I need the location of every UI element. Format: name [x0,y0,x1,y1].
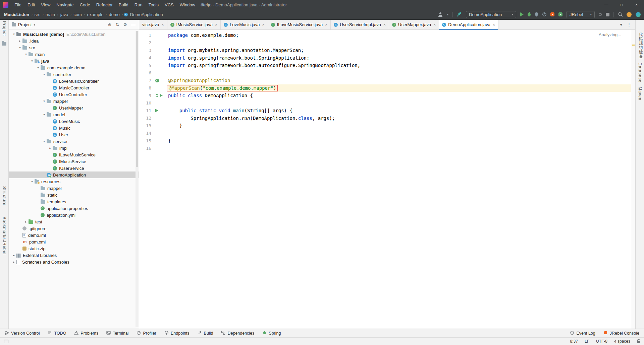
menu-navigate[interactable]: Navigate [53,2,76,7]
update-icon[interactable]: ↑ [627,12,632,17]
menu-tools[interactable]: Tools [146,2,162,7]
close-button[interactable]: × [629,0,644,9]
menu-view[interactable]: View [38,2,53,7]
profiler-button[interactable] [542,12,546,16]
debug-button[interactable] [528,13,531,16]
tree-row[interactable]: .gitignore [9,225,139,232]
collapse-all-icon[interactable]: ⇅ [115,22,119,27]
close-tab-icon[interactable]: × [493,22,495,27]
tree-row[interactable]: ▸Scratches and Consoles [9,259,139,265]
close-tab-icon[interactable]: × [383,22,386,27]
menu-vcs[interactable]: VCS [162,2,177,7]
menu-build[interactable]: Build [116,2,131,7]
tree-row[interactable]: mapper [9,185,139,192]
breadcrumb-item[interactable]: example [86,12,104,17]
tree-row[interactable]: CDemoApplication [9,171,139,178]
menu-file[interactable]: File [11,2,24,7]
sync-icon[interactable] [636,12,641,17]
tree-expand-icon[interactable]: ▾ [11,32,16,36]
tree-row[interactable]: mpom.xml [9,238,139,245]
menu-refactor[interactable]: Refactor [93,2,116,7]
tool-window-switcher-icon[interactable] [4,340,8,343]
tool-tab-jrebel[interactable]: JRebel [2,240,7,255]
close-tab-icon[interactable]: × [262,22,265,27]
editor-tab[interactable]: vice.java× [139,20,167,29]
menu-window[interactable]: Window [177,2,198,7]
tree-row[interactable]: ▾com.example.demo [9,64,139,71]
tree-row[interactable]: ▸impl [9,145,139,151]
status-caret-position[interactable]: 8:37 [570,339,578,344]
maximize-button[interactable]: □ [614,0,629,9]
tree-row[interactable]: CMusic [9,125,139,131]
spring-bean-icon[interactable] [155,79,159,82]
tree-expand-icon[interactable]: ▸ [11,260,16,264]
tree-row[interactable]: IIUserService [9,165,139,171]
tool-window-button-version-control[interactable]: Version Control [5,331,40,336]
tree-row[interactable]: IUserMapper [9,105,139,111]
tree-expand-icon[interactable]: ▸ [17,39,22,43]
tree-row[interactable]: ▾mapper [9,98,139,105]
tree-row[interactable]: templates [9,198,139,205]
coverage-button[interactable] [535,12,538,17]
tree-expand-icon[interactable]: ▾ [42,99,47,103]
rerun-icon[interactable] [599,13,602,16]
run-gutter-icon[interactable] [160,94,163,97]
tree-row[interactable]: ▾controller [9,71,139,78]
close-tab-icon[interactable]: × [162,22,164,27]
tree-expand-icon[interactable]: ▾ [30,180,35,183]
stripe-mark[interactable] [632,45,635,46]
editor-tab[interactable]: CUserServiceImpl.java× [331,20,389,29]
tool-window-button-problems[interactable]: Problems [74,331,98,336]
tree-row[interactable]: CMusicController [9,84,139,91]
tree-row[interactable]: ▸test [9,218,139,225]
breadcrumb-item[interactable]: MusicListen [3,12,30,17]
tool-tab-database[interactable]: Database [638,63,642,82]
close-tab-icon[interactable]: × [215,22,217,27]
tree-row[interactable]: ▸.idea [9,38,139,44]
editor-tab[interactable]: CDemoApplication.java× [439,20,498,29]
tree-expand-icon[interactable]: ▾ [23,53,29,56]
tool-tab-plugin[interactable]: 代码规约检查 [638,32,643,59]
project-tab-icon[interactable] [2,42,6,46]
editor-tab[interactable]: IUserMapper.java× [389,20,439,29]
code-editor[interactable]: 1package com.example.demo;23import org.m… [139,30,635,329]
tool-tab-bookmarks[interactable]: Bookmarks [2,217,7,240]
run-gutter-icon[interactable] [155,109,158,112]
locate-file-icon[interactable]: ⊕ [108,22,112,27]
tree-expand-icon[interactable]: ▾ [42,73,47,76]
tree-row[interactable]: application.yml [9,212,139,218]
tool-window-button-spring[interactable]: Spring [262,331,281,336]
run-configuration-select[interactable]: DemoApplication ▾ [466,11,516,18]
more-options-icon[interactable]: ⋮ [627,22,631,27]
close-tab-icon[interactable]: × [433,22,436,27]
tool-window-button-profiler[interactable]: Profiler [137,331,156,336]
breadcrumb-item[interactable]: main [45,12,56,17]
tree-row[interactable]: ▾MusicListen [demo]E:\code\MusicListen [9,31,139,38]
jrebel-select[interactable]: JRebel ▾ [567,11,595,18]
minimize-button[interactable]: — [599,0,614,9]
breadcrumb-item[interactable]: src [34,12,41,17]
tree-expand-icon[interactable]: ▾ [42,140,47,143]
tree-expand-icon[interactable]: ▾ [30,59,35,63]
lock-icon[interactable] [637,341,640,343]
breadcrumb-item[interactable]: DemoApplication [129,12,163,17]
tool-tab-structure[interactable]: Structure [2,186,7,206]
tree-row[interactable]: static.zip [9,245,139,252]
tool-window-button-dependencies[interactable]: Dependencies [221,331,254,336]
run-button[interactable] [520,12,524,16]
tree-row[interactable]: CUserController [9,91,139,98]
project-tree-scrollbar[interactable] [136,31,139,327]
code-area[interactable]: 1package com.example.demo;23import org.m… [139,30,631,329]
tree-expand-icon[interactable]: ▾ [17,46,22,49]
tree-row[interactable]: IIMusicService [9,158,139,165]
breadcrumb-item[interactable]: java [60,12,69,17]
hide-panel-icon[interactable]: — [131,22,136,27]
tree-row[interactable]: IILoveMusicService [9,151,139,158]
user-dropdown-icon[interactable]: ▾ [447,13,448,16]
gear-icon[interactable]: ⚙ [123,22,127,27]
search-everywhere-icon[interactable] [618,12,623,17]
tool-window-button-endpoints[interactable]: Endpoints [164,331,190,336]
status-line-separator[interactable]: LF [585,339,589,344]
menu-edit[interactable]: Edit [24,2,38,7]
status-file-encoding[interactable]: UTF-8 [596,339,607,344]
